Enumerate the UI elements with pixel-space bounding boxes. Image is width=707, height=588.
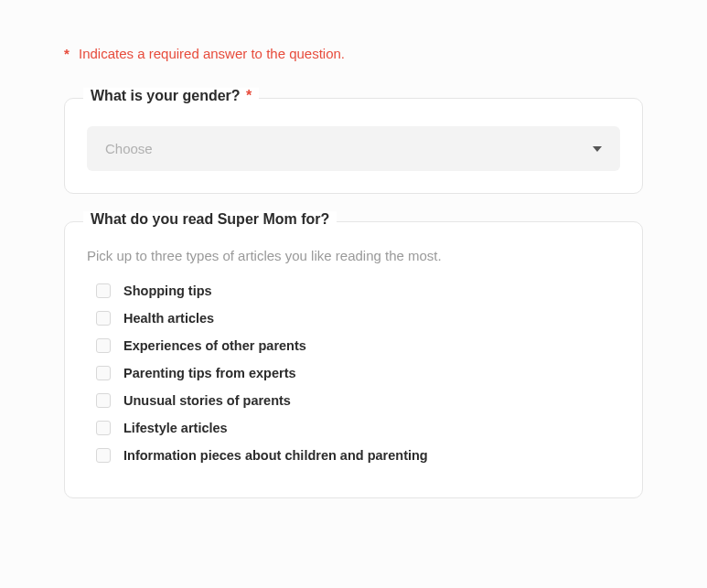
- required-indicator-note: * Indicates a required answer to the que…: [64, 46, 643, 61]
- gender-select-placeholder: Choose: [105, 141, 153, 156]
- checkbox-list: Shopping tips Health articles Experience…: [87, 283, 620, 463]
- question-read-for-legend-text: What do you read Super Mom for?: [91, 211, 329, 227]
- checkbox-icon: [96, 311, 111, 326]
- checkbox-label: Parenting tips from experts: [123, 366, 296, 380]
- caret-down-icon: [593, 146, 602, 152]
- question-read-for: What do you read Super Mom for? Pick up …: [64, 221, 643, 498]
- checkbox-item-information-pieces[interactable]: Information pieces about children and pa…: [96, 448, 620, 463]
- required-asterisk: *: [64, 46, 70, 61]
- checkbox-icon: [96, 283, 111, 298]
- question-gender-legend: What is your gender? *: [83, 88, 259, 104]
- checkbox-icon: [96, 338, 111, 353]
- question-read-for-legend: What do you read Super Mom for?: [83, 211, 337, 228]
- checkbox-item-lifestyle[interactable]: Lifestyle articles: [96, 421, 620, 435]
- required-marker: *: [246, 88, 252, 103]
- checkbox-label: Health articles: [123, 311, 214, 326]
- checkbox-item-parenting-tips[interactable]: Parenting tips from experts: [96, 366, 620, 380]
- gender-select[interactable]: Choose: [87, 126, 620, 171]
- checkbox-item-health-articles[interactable]: Health articles: [96, 311, 620, 326]
- checkbox-icon: [96, 421, 111, 435]
- checkbox-label: Experiences of other parents: [123, 338, 306, 353]
- checkbox-icon: [96, 393, 111, 408]
- question-gender: What is your gender? * Choose: [64, 98, 643, 194]
- checkbox-label: Shopping tips: [123, 283, 212, 298]
- checkbox-item-shopping-tips[interactable]: Shopping tips: [96, 283, 620, 298]
- question-gender-legend-text: What is your gender?: [91, 88, 241, 103]
- checkbox-label: Information pieces about children and pa…: [123, 448, 428, 463]
- checkbox-item-unusual-stories[interactable]: Unusual stories of parents: [96, 393, 620, 408]
- checkbox-item-experiences[interactable]: Experiences of other parents: [96, 338, 620, 353]
- checkbox-label: Lifestyle articles: [123, 421, 228, 435]
- required-note-text: Indicates a required answer to the quest…: [79, 46, 345, 61]
- checkbox-label: Unusual stories of parents: [123, 393, 291, 408]
- checkbox-icon: [96, 366, 111, 380]
- checkbox-icon: [96, 448, 111, 463]
- question-read-for-helper: Pick up to three types of articles you l…: [87, 248, 620, 263]
